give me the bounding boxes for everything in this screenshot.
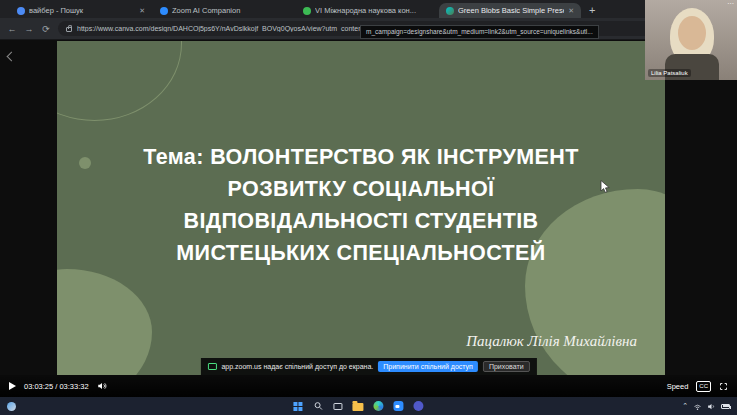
tab-title: Green Blobs Basic Simple Presen... — [458, 6, 564, 15]
back-button[interactable]: ← — [7, 24, 17, 34]
screen-share-icon — [207, 363, 216, 370]
windows-logo-icon — [293, 402, 302, 411]
player-controls-bar: 03:03:25 / 03:33:32 Speed CC — [0, 375, 737, 397]
webcam-menu-icon[interactable]: ⋯ — [727, 0, 734, 8]
battery-icon[interactable] — [721, 404, 730, 409]
edge-icon — [373, 401, 383, 411]
system-tray: ⌃ — [682, 402, 730, 411]
url-tooltip: m_campaign=designshare&utm_medium=link2&… — [360, 25, 599, 39]
slide-title: Тема: ВОЛОНТЕРСТВО ЯК ІНСТРУМЕНТ РОЗВИТК… — [57, 141, 665, 269]
tray-chevron-icon[interactable]: ⌃ — [682, 402, 688, 410]
blob-outline-decoration — [57, 41, 182, 121]
new-tab-button[interactable]: + — [589, 3, 595, 17]
stop-share-button[interactable]: Припинити спільний доступ — [378, 361, 478, 372]
windows-taskbar: ⌃ — [0, 397, 737, 415]
title-line-3: ВІДПОВІДАЛЬНОСТІ СТУДЕНТІВ — [57, 205, 665, 237]
taskbar-app-icons — [292, 400, 424, 412]
tab-close-icon[interactable]: ✕ — [568, 7, 574, 15]
tab-close-icon[interactable]: ✕ — [139, 7, 145, 15]
widgets-icon[interactable] — [7, 402, 16, 411]
lock-icon — [66, 27, 72, 32]
participant-face — [678, 16, 706, 50]
teams-app-button[interactable] — [412, 400, 424, 412]
forward-button[interactable]: → — [24, 24, 34, 34]
teams-icon — [413, 401, 423, 411]
tab-title: Zoom AI Companion — [172, 6, 288, 15]
reload-button[interactable]: ⟳ — [41, 24, 51, 34]
blob-decoration-bottom-left — [57, 269, 152, 375]
hide-banner-button[interactable]: Приховати — [483, 361, 530, 372]
folder-icon — [352, 403, 363, 411]
speed-button[interactable]: Speed — [667, 382, 689, 391]
file-explorer-button[interactable] — [352, 400, 364, 412]
tab-viber-search[interactable]: вайбер - Пошук ✕ — [10, 3, 152, 18]
fullscreen-button[interactable] — [719, 382, 728, 391]
mouse-cursor — [600, 180, 611, 193]
zoom-app-button[interactable] — [392, 400, 404, 412]
share-message: app.zoom.us надає спільний доступ до екр… — [221, 363, 373, 370]
playback-time: 03:03:25 / 03:33:32 — [24, 382, 89, 391]
zoom-favicon-icon — [160, 7, 168, 15]
edge-browser-button[interactable] — [372, 400, 384, 412]
zoom-app-icon — [393, 401, 403, 411]
title-line-2: РОЗВИТКУ СОЦІАЛЬНОЇ — [57, 173, 665, 205]
play-button[interactable] — [9, 382, 16, 390]
task-view-button[interactable] — [332, 400, 344, 412]
search-icon — [313, 401, 323, 411]
video-player-area[interactable]: Тема: ВОЛОНТЕРСТВО ЯК ІНСТРУМЕНТ РОЗВИТК… — [0, 40, 737, 397]
tray-volume-icon[interactable] — [707, 402, 716, 411]
canva-favicon-icon — [446, 7, 454, 15]
tab-canva-presentation[interactable]: Green Blobs Basic Simple Presen... ✕ — [439, 3, 581, 18]
title-line-4: МИСТЕЦЬКИХ СПЕЦІАЛЬНОСТЕЙ — [57, 237, 665, 269]
conference-favicon-icon — [303, 7, 311, 15]
presentation-slide: Тема: ВОЛОНТЕРСТВО ЯК ІНСТРУМЕНТ РОЗВИТК… — [57, 41, 665, 375]
webcam-overlay[interactable]: ⋯ Lilia Patsaliuk — [645, 0, 737, 80]
tab-title: вайбер - Пошук — [29, 6, 135, 15]
start-button[interactable] — [292, 400, 304, 412]
search-favicon-icon — [17, 7, 25, 15]
slide-author: Пацалюк Лілія Михайлівна — [466, 333, 637, 350]
captions-button[interactable]: CC — [696, 381, 711, 392]
browser-tab-strip: вайбер - Пошук ✕ Zoom AI Companion VI Мі… — [0, 0, 737, 18]
taskbar-search-button[interactable] — [312, 400, 324, 412]
tab-conference[interactable]: VI Міжнародна наукова кон... — [296, 3, 438, 18]
volume-icon[interactable] — [97, 381, 107, 391]
back-arrow-icon[interactable] — [7, 52, 17, 62]
title-line-1: Тема: ВОЛОНТЕРСТВО ЯК ІНСТРУМЕНТ — [57, 141, 665, 173]
tab-title: VI Міжнародна наукова кон... — [315, 6, 431, 15]
wifi-icon[interactable] — [693, 402, 702, 411]
participant-name: Lilia Patsaliuk — [648, 69, 691, 77]
tab-zoom-ai-companion[interactable]: Zoom AI Companion — [153, 3, 295, 18]
task-view-icon — [333, 403, 342, 410]
screen: вайбер - Пошук ✕ Zoom AI Companion VI Мі… — [0, 0, 737, 415]
zoom-share-banner: app.zoom.us надає спільний доступ до екр… — [200, 358, 536, 375]
